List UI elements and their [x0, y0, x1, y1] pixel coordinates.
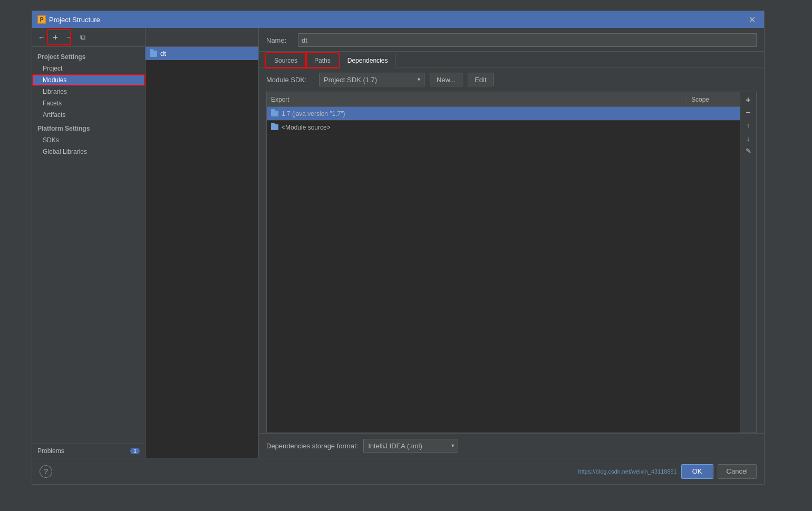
- dep-table-body: 1.7 (java version "1.7") <Module source>: [267, 107, 740, 433]
- add-dep-button[interactable]: +: [742, 94, 754, 106]
- name-input[interactable]: [298, 33, 757, 47]
- dependencies-tab-content: Module SDK: Project SDK (1.7) New... Edi…: [259, 67, 764, 458]
- problems-badge: 1: [130, 448, 140, 454]
- tabs-bar: Sources Paths Dependencies: [259, 52, 764, 67]
- dialog-body: ← + − ⧉ Project Settings Project Modules…: [32, 28, 764, 458]
- storage-row: Dependencies storage format: IntelliJ ID…: [259, 433, 764, 458]
- tab-dependencies[interactable]: Dependencies: [340, 54, 396, 67]
- sdk-select-wrapper: Project SDK (1.7): [319, 73, 424, 86]
- scope-col-header: Scope: [687, 96, 740, 103]
- back-button[interactable]: ←: [35, 31, 48, 44]
- remove-dep-button[interactable]: −: [742, 107, 754, 119]
- sidebar-item-sdks[interactable]: SDKs: [32, 134, 145, 146]
- tab-paths[interactable]: Paths: [306, 54, 339, 67]
- edit-dep-button[interactable]: ✎: [742, 145, 754, 156]
- module-source-folder-icon: [271, 124, 278, 130]
- title-bar-left: P Project Structure: [37, 15, 100, 24]
- copy-module-button[interactable]: ⧉: [76, 31, 89, 44]
- sidebar-item-global-libraries[interactable]: Global Libraries: [32, 146, 145, 158]
- project-settings-label: Project Settings: [32, 49, 145, 63]
- module-list-panel: dt: [146, 28, 259, 458]
- storage-select-wrapper: IntelliJ IDEA (.iml): [363, 439, 458, 453]
- platform-settings-label: Platform Settings: [32, 121, 145, 134]
- sdk-row: Module SDK: Project SDK (1.7) New... Edi…: [259, 67, 764, 92]
- footer-left: ?: [40, 465, 52, 478]
- close-button[interactable]: ✕: [746, 14, 759, 26]
- dep-table-container: Export Scope 1.7 (java version "1.7"): [266, 92, 757, 433]
- sidebar-bottom: Problems 1: [32, 444, 145, 458]
- module-item-label: dt: [160, 50, 166, 57]
- cancel-button[interactable]: Cancel: [718, 464, 757, 479]
- edit-sdk-button[interactable]: Edit: [468, 73, 493, 86]
- new-sdk-button[interactable]: New...: [430, 73, 462, 86]
- dep-row-sdk[interactable]: 1.7 (java version "1.7"): [267, 107, 740, 121]
- storage-label: Dependencies storage format:: [266, 442, 358, 450]
- name-row: Name:: [259, 28, 764, 52]
- storage-select[interactable]: IntelliJ IDEA (.iml): [363, 439, 458, 453]
- main-content: Name: Sources Paths Dependencies Mo: [259, 28, 764, 458]
- sidebar-item-facets[interactable]: Facets: [32, 97, 145, 109]
- sidebar-navigation: Project Settings Project Modules Librari…: [32, 47, 145, 444]
- sidebar-toolbar: ← + − ⧉: [32, 28, 145, 47]
- sidebar-item-modules[interactable]: Modules: [32, 74, 145, 86]
- sidebar-item-libraries[interactable]: Libraries: [32, 86, 145, 97]
- problems-label: Problems: [37, 447, 64, 455]
- module-folder-icon: [150, 51, 157, 57]
- sdk-row-label: 1.7 (java version "1.7"): [282, 110, 345, 117]
- sdk-folder-icon: [271, 111, 278, 116]
- remove-module-button[interactable]: −: [63, 31, 75, 44]
- sdk-select[interactable]: Project SDK (1.7): [319, 73, 424, 86]
- module-list-toolbar: [146, 28, 258, 47]
- sidebar-item-artifacts[interactable]: Artifacts: [32, 109, 145, 121]
- dialog-title: Project Structure: [49, 16, 100, 24]
- title-bar: P Project Structure ✕: [32, 11, 764, 28]
- sdk-label: Module SDK:: [266, 76, 314, 84]
- dep-row-module-source[interactable]: <Module source>: [267, 121, 740, 134]
- dep-table-header: Export Scope: [267, 92, 740, 107]
- add-module-button[interactable]: +: [49, 31, 62, 44]
- ok-button[interactable]: OK: [681, 464, 713, 479]
- url-label: https://blog.csdn.net/weixin_43118891: [578, 468, 677, 475]
- project-icon: P: [37, 15, 46, 24]
- dialog-footer: ? https://blog.csdn.net/weixin_43118891 …: [32, 458, 764, 484]
- dep-table: Export Scope 1.7 (java version "1.7"): [267, 92, 740, 433]
- sidebar: ← + − ⧉ Project Settings Project Modules…: [32, 28, 146, 458]
- side-actions: + − ↑ ↓ ✎: [740, 92, 756, 433]
- move-up-button[interactable]: ↑: [742, 120, 754, 131]
- module-source-label: <Module source>: [282, 124, 331, 131]
- move-down-button[interactable]: ↓: [742, 132, 754, 144]
- export-col-header: Export: [267, 96, 687, 103]
- project-structure-dialog: P Project Structure ✕ ← + − ⧉ Project Se…: [32, 11, 765, 485]
- help-button[interactable]: ?: [40, 465, 52, 478]
- footer-right: https://blog.csdn.net/weixin_43118891 OK…: [578, 464, 757, 479]
- sidebar-item-project[interactable]: Project: [32, 63, 145, 74]
- dep-row-module-source-export: <Module source>: [267, 124, 687, 131]
- name-label: Name:: [266, 36, 293, 44]
- tab-sources[interactable]: Sources: [266, 54, 305, 67]
- module-item-dt[interactable]: dt: [146, 47, 258, 60]
- dep-row-sdk-export: 1.7 (java version "1.7"): [267, 110, 687, 117]
